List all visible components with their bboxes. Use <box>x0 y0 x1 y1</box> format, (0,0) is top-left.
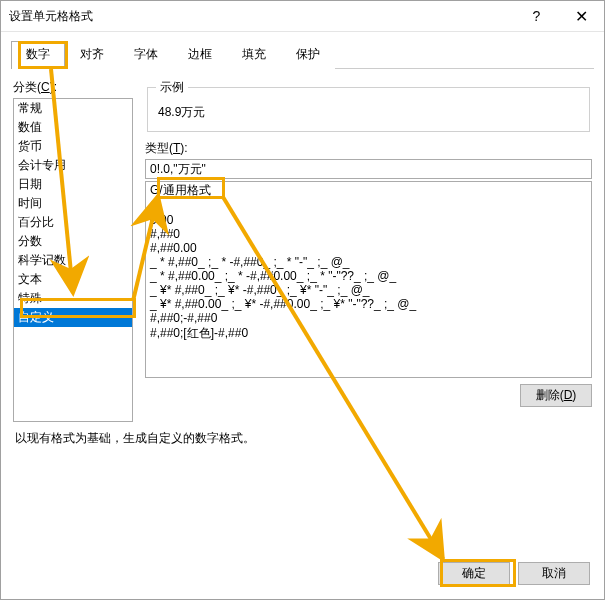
format-item[interactable]: #,##0 <box>146 227 591 241</box>
format-item[interactable]: #,##0.00 <box>146 241 591 255</box>
footer: 确定 取消 <box>438 562 590 585</box>
category-item[interactable]: 货币 <box>14 137 132 156</box>
format-item[interactable]: 0.00 <box>146 213 591 227</box>
sample-value: 48.9万元 <box>156 102 581 121</box>
ok-button[interactable]: 确定 <box>438 562 510 585</box>
titlebar: 设置单元格格式 ? ✕ <box>1 1 604 32</box>
category-item[interactable]: 数值 <box>14 118 132 137</box>
format-item[interactable]: _ ¥* #,##0_ ;_ ¥* -#,##0_ ;_ ¥* "-"_ ;_ … <box>146 283 591 297</box>
sample-legend: 示例 <box>156 79 188 96</box>
category-label: 分类(C): <box>13 79 133 96</box>
category-item[interactable]: 会计专用 <box>14 156 132 175</box>
format-item[interactable]: _ * #,##0_ ;_ * -#,##0_ ;_ * "-"_ ;_ @_ <box>146 255 591 269</box>
tab-5[interactable]: 保护 <box>281 41 335 69</box>
window-title: 设置单元格格式 <box>9 8 514 25</box>
format-item[interactable]: #,##0;-#,##0 <box>146 311 591 325</box>
category-item[interactable]: 时间 <box>14 194 132 213</box>
tab-3[interactable]: 边框 <box>173 41 227 69</box>
category-item[interactable]: 自定义 <box>14 308 132 327</box>
format-item[interactable]: _ * #,##0.00_ ;_ * -#,##0.00_ ;_ * "-"??… <box>146 269 591 283</box>
delete-button[interactable]: 删除(D) <box>520 384 592 407</box>
format-item[interactable]: _ ¥* #,##0.00_ ;_ ¥* -#,##0.00_ ;_ ¥* "-… <box>146 297 591 311</box>
category-item[interactable]: 日期 <box>14 175 132 194</box>
category-item[interactable]: 文本 <box>14 270 132 289</box>
format-item[interactable]: #,##0;[红色]-#,##0 <box>146 325 591 342</box>
tab-1[interactable]: 对齐 <box>65 41 119 69</box>
tab-bar: 数字对齐字体边框填充保护 <box>11 40 594 69</box>
category-item[interactable]: 常规 <box>14 99 132 118</box>
format-item[interactable]: 0 <box>146 199 591 213</box>
type-label: 类型(T): <box>145 140 592 157</box>
tab-2[interactable]: 字体 <box>119 41 173 69</box>
format-item[interactable]: G/通用格式 <box>146 182 591 199</box>
cancel-button[interactable]: 取消 <box>518 562 590 585</box>
category-item[interactable]: 百分比 <box>14 213 132 232</box>
hint-text: 以现有格式为基础，生成自定义的数字格式。 <box>1 422 604 455</box>
type-input[interactable] <box>145 159 592 179</box>
help-button[interactable]: ? <box>514 1 559 31</box>
dialog-window: 设置单元格格式 ? ✕ 数字对齐字体边框填充保护 分类(C): 常规数值货币会计… <box>0 0 605 600</box>
category-list[interactable]: 常规数值货币会计专用日期时间百分比分数科学记数文本特殊自定义 <box>13 98 133 422</box>
format-list[interactable]: G/通用格式00.00#,##0#,##0.00_ * #,##0_ ;_ * … <box>145 181 592 378</box>
tab-4[interactable]: 填充 <box>227 41 281 69</box>
close-button[interactable]: ✕ <box>559 1 604 31</box>
tab-0[interactable]: 数字 <box>11 41 65 69</box>
category-item[interactable]: 特殊 <box>14 289 132 308</box>
category-item[interactable]: 科学记数 <box>14 251 132 270</box>
sample-group: 示例 48.9万元 <box>147 79 590 132</box>
category-item[interactable]: 分数 <box>14 232 132 251</box>
